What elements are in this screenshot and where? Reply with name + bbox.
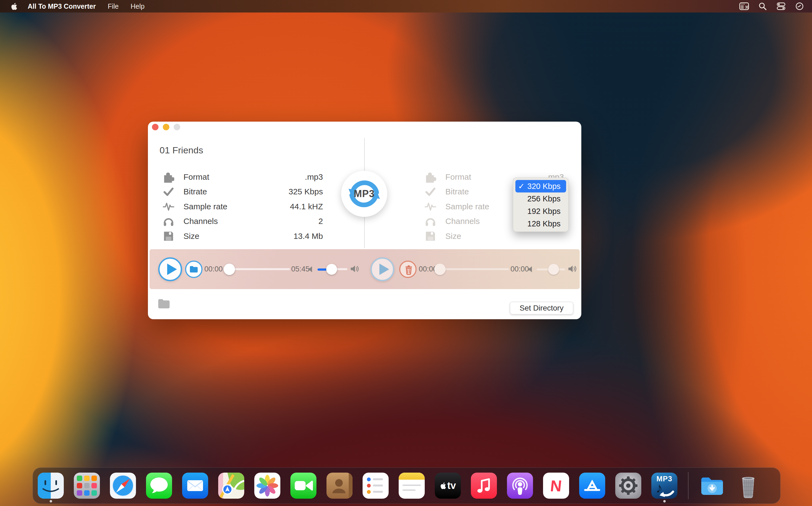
floppy-icon [163,231,174,242]
dock-item-maps[interactable] [218,473,244,499]
dock: tv N [32,468,781,504]
output-play-button[interactable] [370,257,394,281]
volume-min-icon [527,265,535,273]
app-store-icon [579,473,605,499]
row-value: 44.1 kHZ [290,202,323,211]
volume-max-icon [568,265,577,273]
trash-bin-icon [735,473,761,499]
mp3-badge-label: MP3 [341,188,387,199]
waveform-icon [425,201,436,212]
dock-item-music[interactable] [471,473,497,499]
dock-item-photos[interactable] [254,473,280,499]
window-switcher-icon[interactable]: ⌘ [739,2,749,11]
bitrate-option-label: 192 Kbps [527,207,561,216]
dock-item-messages[interactable] [146,473,172,499]
row-label: Channels [445,217,480,226]
dock-item-apple-tv[interactable]: tv [435,473,461,499]
trash-icon [404,265,413,275]
reminders-icon [363,473,389,499]
clock-icon[interactable] [795,2,804,11]
dock-item-facetime[interactable] [290,473,317,499]
row-value: 2 [318,217,323,226]
bitrate-option-label: 320 Kbps [527,182,561,190]
launchpad-icon [74,473,100,499]
apple-menu-icon[interactable] [10,2,17,11]
zoom-button[interactable] [174,124,180,130]
dock-item-downloads[interactable] [699,473,725,499]
podcasts-icon [507,473,533,499]
mail-icon [182,473,208,499]
puzzle-icon [425,171,436,183]
menubar-file-menu[interactable]: File [108,2,118,10]
source-duration: 05:45 [291,265,310,273]
output-size-row: Size [425,230,564,242]
messages-icon [146,473,172,499]
dock-item-safari[interactable] [110,473,136,499]
dock-item-notes[interactable] [399,473,425,499]
menubar-app-name[interactable]: All To MP3 Converter [28,2,96,10]
floppy-icon [425,231,436,242]
dock-item-news[interactable]: N [543,473,569,499]
dock-separator [688,472,689,499]
bitrate-option-192[interactable]: 192 Kbps [515,205,566,218]
source-seek-thumb[interactable] [223,264,235,275]
system-settings-icon [615,473,641,499]
dock-item-mp3-converter[interactable]: MP3 ♪ [651,473,678,499]
headphones-icon [163,216,174,227]
dock-item-finder[interactable] [38,473,64,499]
source-open-file-button[interactable] [185,261,202,278]
source-size-row: Size 13.4 Mb [163,230,323,242]
search-icon[interactable] [758,2,768,11]
control-center-icon[interactable] [776,2,786,11]
dock-item-mail[interactable] [182,473,208,499]
source-volume-thumb[interactable] [326,264,337,275]
bitrate-option-256[interactable]: 256 Kbps [515,192,566,205]
music-icon [471,473,497,499]
waveform-icon [163,201,174,212]
output-directory-icon [158,299,170,309]
output-seek-track[interactable] [440,268,509,270]
row-label: Sample rate [445,202,489,211]
finder-icon [38,473,64,499]
output-seek-thumb[interactable] [434,264,446,275]
bitrate-option-label: 128 Kbps [527,219,561,228]
check-icon [425,186,436,197]
news-icon: N [543,473,569,499]
row-label: Bitrate [183,187,207,196]
close-button[interactable] [152,124,159,130]
menubar-help-menu[interactable]: Help [130,2,145,10]
source-elapsed-time: 00:00 [204,265,223,273]
source-format-row: Format .mp3 [163,171,323,183]
row-value: 13.4 Mb [294,232,323,241]
play-icon [379,264,389,275]
dock-item-reminders[interactable] [363,473,389,499]
photos-icon [254,473,280,499]
svg-text:⌘: ⌘ [745,5,749,9]
bitrate-option-128[interactable]: 128 Kbps [515,218,566,230]
play-icon [167,264,177,275]
dock-item-system-settings[interactable] [615,473,641,499]
bitrate-option-320[interactable]: ✓320 Kbps [515,180,566,192]
dock-item-launchpad[interactable] [74,473,100,499]
folder-icon [189,266,198,273]
dock-item-contacts[interactable] [327,473,353,499]
tv-glyph: tv [447,480,456,491]
safari-icon [110,473,136,499]
row-label: Bitrate [445,187,469,196]
dock-item-app-store[interactable] [579,473,605,499]
menu-bar: All To MP3 Converter File Help ⌘ [0,0,812,12]
output-delete-button[interactable] [399,261,417,278]
row-label: Sample rate [183,202,228,211]
output-volume-thumb[interactable] [548,264,559,275]
converter-window: 01 Friends Format .mp3 Bitrate 325 Kbps … [148,121,581,319]
headphones-icon [425,216,436,227]
set-directory-button[interactable]: Set Directory [510,302,573,314]
dock-item-podcasts[interactable] [507,473,533,499]
source-play-button[interactable] [158,257,182,281]
dock-item-trash[interactable] [735,473,761,499]
convert-button[interactable]: MP3 [341,171,387,217]
minimize-button[interactable] [163,124,169,130]
output-duration: 00:00 [511,265,529,273]
row-label: Format [445,172,471,182]
source-seek-track[interactable] [229,268,290,270]
